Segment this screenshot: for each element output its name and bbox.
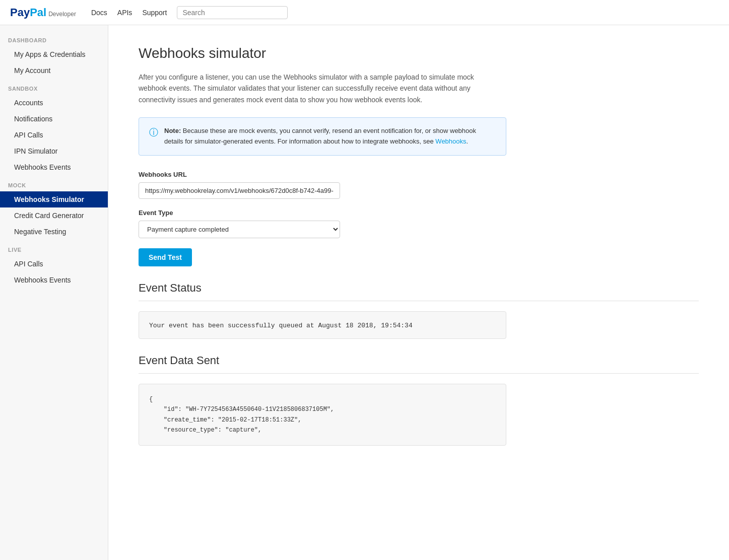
webhooks-url-group: Webhooks URL [139, 171, 340, 199]
logo-dev: Developer [48, 11, 76, 18]
status-box: Your event has been successfully queued … [139, 311, 506, 339]
event-data-divider [139, 373, 699, 374]
send-test-button[interactable]: Send Test [139, 248, 192, 266]
my-account-item[interactable]: My Account [0, 62, 108, 79]
info-box: ⓘ Note: Because these are mock events, y… [139, 117, 506, 156]
ipn-simulator-item[interactable]: IPN Simulator [0, 143, 108, 159]
api-calls-live-item[interactable]: API Calls [0, 256, 108, 272]
webhooks-url-label: Webhooks URL [139, 171, 340, 178]
search-input[interactable] [182, 9, 282, 17]
docs-link[interactable]: Docs [91, 9, 107, 17]
support-link[interactable]: Support [142, 9, 167, 17]
event-status-divider [139, 301, 699, 301]
layout: DASHBOARD My Apps & Credentials My Accou… [0, 25, 729, 560]
search-box [177, 6, 288, 19]
event-type-label: Event Type [139, 209, 340, 217]
credit-card-generator-item[interactable]: Credit Card Generator [0, 207, 108, 224]
event-data-code: { "id": "WH-7Y7254563A4550640-11V2185806… [139, 384, 506, 446]
webhooks-events-live-item[interactable]: Webhooks Events [0, 272, 108, 288]
main-content: Webhooks simulator After you configure a… [108, 25, 729, 560]
logo-pal: Pal [30, 6, 46, 19]
api-calls-sandbox-item[interactable]: API Calls [0, 127, 108, 143]
webhooks-link[interactable]: Webhooks [435, 137, 466, 145]
logo: PayPal Developer [10, 6, 76, 19]
info-icon: ⓘ [149, 126, 158, 147]
webhooks-url-input[interactable] [139, 182, 340, 199]
note-text: Because these are mock events, you canno… [164, 127, 476, 145]
dashboard-section-label: DASHBOARD [0, 30, 108, 46]
apps-credentials-item[interactable]: My Apps & Credentials [0, 46, 108, 62]
accounts-item[interactable]: Accounts [0, 95, 108, 111]
event-status-title: Event Status [139, 282, 699, 295]
event-status-message: Your event has been successfully queued … [149, 322, 413, 329]
webhooks-events-sandbox-item[interactable]: Webhooks Events [0, 159, 108, 175]
sidebar: DASHBOARD My Apps & Credentials My Accou… [0, 25, 108, 560]
note-label: Note: [164, 127, 181, 134]
description: After you configure a listener, you can … [139, 72, 481, 105]
event-type-group: Event Type Payment capture completed Pay… [139, 209, 340, 238]
event-data-title: Event Data Sent [139, 354, 699, 367]
mock-section-label: MOCK [0, 175, 108, 191]
event-type-select[interactable]: Payment capture completed Payment captur… [139, 221, 340, 238]
live-section-label: LIVE [0, 240, 108, 256]
page-title: Webhooks simulator [139, 45, 699, 61]
top-nav: PayPal Developer Docs APIs Support [0, 0, 729, 25]
nav-links: Docs APIs Support [91, 9, 167, 17]
notifications-item[interactable]: Notifications [0, 111, 108, 127]
apis-link[interactable]: APIs [117, 9, 132, 17]
sandbox-section-label: SANDBOX [0, 79, 108, 95]
webhooks-simulator-item[interactable]: Webhooks Simulator [0, 191, 108, 207]
note-end: . [467, 137, 469, 145]
negative-testing-item[interactable]: Negative Testing [0, 224, 108, 240]
info-text: Note: Because these are mock events, you… [164, 126, 496, 147]
logo-pay: Pay [10, 6, 30, 19]
